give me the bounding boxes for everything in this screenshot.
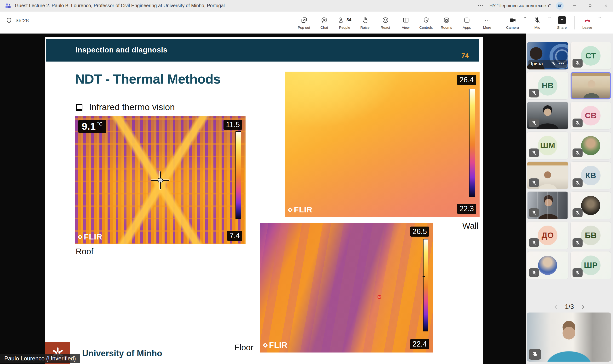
- popout-button[interactable]: Pop out: [294, 13, 314, 32]
- avatar-initials: СТ: [581, 46, 600, 66]
- more-ellipsis-icon: [484, 16, 491, 24]
- participant-tile-initials[interactable]: КВ: [571, 162, 611, 189]
- participant-tile-initials[interactable]: ДО: [527, 221, 568, 249]
- thermal-image-floor: 26.5 22.4 FLIR: [260, 223, 433, 352]
- mic-muted-icon: [531, 270, 537, 275]
- titlebar-more-options-icon[interactable]: [477, 5, 484, 6]
- tile-more-options-icon[interactable]: •••: [558, 61, 564, 66]
- leave-call-icon: [584, 16, 591, 24]
- mic-chevron-down-icon[interactable]: [547, 15, 552, 20]
- share-button[interactable]: Share: [552, 13, 572, 32]
- rooms-icon: [443, 16, 450, 24]
- participant-tile-initials[interactable]: ШМ: [527, 132, 568, 159]
- view-button[interactable]: View: [395, 13, 416, 32]
- close-button[interactable]: [600, 1, 611, 11]
- participant-tile-initials[interactable]: СВ: [571, 102, 611, 129]
- mic-muted-badge: [529, 349, 541, 360]
- apps-plus-icon: [463, 16, 470, 24]
- avatar-initials: ШМ: [538, 136, 557, 156]
- chevron-right-icon[interactable]: [580, 304, 586, 310]
- camera-button[interactable]: Camera: [502, 13, 523, 32]
- participant-tile-initials[interactable]: БВ: [571, 221, 611, 249]
- title-bar: Guest Lecture 2. Paulo B. Lourenco, Prof…: [0, 0, 613, 12]
- share-icon: [558, 16, 566, 24]
- mic-muted-icon: [531, 240, 537, 246]
- roof-scale-min: 7.4: [227, 231, 242, 241]
- minimize-button[interactable]: [569, 1, 579, 11]
- maximize-button[interactable]: [585, 1, 595, 11]
- meeting-stage: Paulo Lourenco (Unverified) Inspection a…: [0, 34, 613, 364]
- chevron-left-icon[interactable]: [553, 304, 559, 310]
- slide-bullet: Infrared thermo vision: [76, 102, 175, 112]
- minimize-icon: [573, 4, 576, 7]
- leave-button[interactable]: Leave: [577, 13, 598, 32]
- controls-shield-icon: [423, 16, 430, 24]
- checkbox-bullet-icon: [76, 104, 82, 111]
- thermal-image-roof: 9.1°C 11.5 7.4 FLIR: [75, 116, 246, 244]
- mic-muted-badge: [573, 178, 583, 187]
- roof-spot-temperature: 9.1°C: [78, 120, 106, 133]
- camera-chevron-down-icon[interactable]: [523, 15, 527, 20]
- participant-tile-initials[interactable]: ШР: [571, 251, 611, 279]
- crosshair-icon: [151, 171, 169, 189]
- participant-tile-initials[interactable]: НВ: [527, 72, 568, 99]
- mic-muted-icon: [531, 120, 537, 126]
- mic-muted-icon: [575, 180, 580, 186]
- thermal-image-wall: 26.4 22.3 FLIR: [285, 72, 480, 217]
- raise-hand-button[interactable]: Raise: [355, 13, 375, 32]
- mic-muted-badge: [573, 208, 583, 217]
- avatar-initials: БВ: [581, 226, 600, 245]
- timer-value: 36:28: [15, 17, 29, 24]
- more-button[interactable]: More: [477, 13, 497, 32]
- floor-scale-min: 22.4: [410, 339, 429, 349]
- participant-tile-photo[interactable]: [527, 251, 568, 279]
- mic-muted-icon: [552, 62, 556, 66]
- floor-spot-marker: [378, 295, 381, 299]
- maximize-icon: [588, 4, 592, 7]
- floor-color-scale: [423, 239, 428, 331]
- roof-caption: Roof: [76, 247, 93, 256]
- participants-panel: Ірина ... ••• СТ НВ СВ ШМ: [526, 34, 613, 364]
- react-button[interactable]: React: [375, 13, 395, 32]
- camera-icon: [509, 16, 516, 24]
- avatar-photo: [538, 256, 557, 275]
- roof-scale-max: 11.5: [223, 120, 242, 130]
- mic-muted-icon: [532, 351, 538, 358]
- participant-tile-photo[interactable]: [571, 132, 611, 159]
- slide-title: NDT - Thermal Methods: [75, 71, 220, 87]
- participant-tile-video[interactable]: [527, 162, 568, 189]
- mic-muted-icon: [534, 16, 541, 24]
- org-account-label[interactable]: НУ "Чернігівська політехніка": [489, 3, 551, 8]
- slide-section-title: Inspection and diagnosis: [76, 46, 168, 54]
- mic-button[interactable]: Mic: [527, 13, 547, 32]
- controls-button[interactable]: Controls: [416, 13, 436, 32]
- mic-muted-badge: [529, 268, 539, 277]
- leave-chevron-down-icon[interactable]: [598, 15, 602, 20]
- people-button[interactable]: 34 People: [334, 13, 355, 32]
- participant-name-bar: Ірина ... •••: [528, 60, 567, 68]
- participant-tile-active-speaker[interactable]: [571, 72, 611, 99]
- react-smiley-icon: [382, 16, 389, 24]
- apps-button[interactable]: Apps: [456, 13, 477, 32]
- mic-muted-badge: [573, 59, 583, 67]
- meeting-timer: 36:28: [6, 17, 29, 24]
- rooms-button[interactable]: Rooms: [436, 13, 456, 32]
- chat-button[interactable]: Chat: [314, 13, 334, 32]
- mic-muted-badge: [529, 178, 539, 187]
- avatar-initials: НВ: [538, 76, 557, 96]
- toolbar-separator: [500, 16, 500, 29]
- mic-muted-badge: [529, 208, 539, 217]
- flir-diamond-icon: [288, 207, 293, 212]
- participant-tile-video[interactable]: [527, 102, 568, 129]
- avatar-photo: [581, 136, 600, 155]
- people-count-badge: 34: [346, 17, 351, 23]
- mic-muted-badge: [573, 118, 583, 127]
- participant-tile-video[interactable]: [527, 192, 568, 219]
- floor-scale-max: 26.5: [410, 227, 429, 237]
- participant-tile-video[interactable]: Ірина ... •••: [527, 42, 568, 69]
- self-video-tile[interactable]: [527, 312, 611, 362]
- participant-tile-photo[interactable]: [571, 192, 611, 219]
- participant-tile-initials[interactable]: СТ: [571, 42, 611, 69]
- user-avatar[interactable]: БГ: [556, 2, 564, 10]
- view-grid-icon: [402, 16, 409, 24]
